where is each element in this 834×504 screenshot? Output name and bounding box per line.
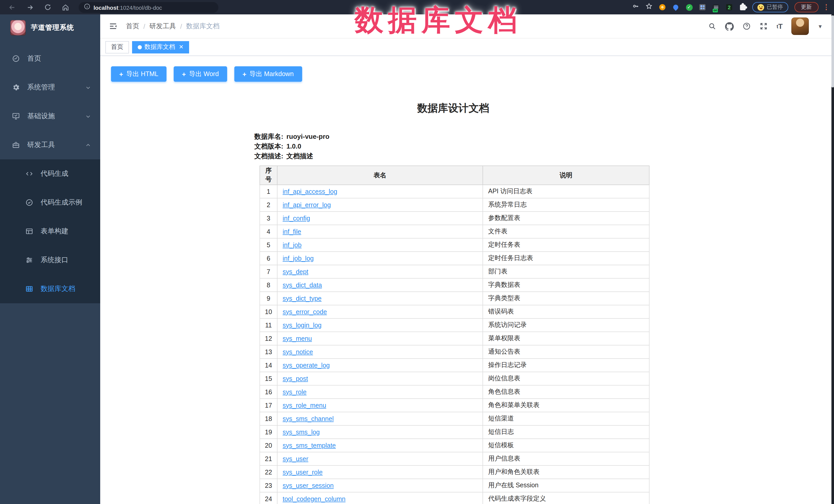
chevron-icon (85, 142, 91, 148)
extension-puzzle-icon[interactable] (739, 4, 746, 11)
table-name-link[interactable]: sys_notice (283, 348, 313, 355)
table-name-link[interactable]: inf_config (283, 215, 310, 222)
fullscreen-icon[interactable] (760, 22, 768, 30)
table-row: 3 inf_config 参数配置表 (260, 212, 649, 225)
tag-item[interactable]: 数据库文档 ✕ (132, 41, 189, 53)
user-caret-icon[interactable]: ▼ (817, 23, 823, 29)
table-name-link[interactable]: sys_user_session (283, 482, 334, 489)
table-name-link[interactable]: tool_codegen_column (283, 495, 346, 502)
table-name-link[interactable]: inf_job_log (283, 255, 314, 262)
close-icon[interactable]: ✕ (179, 44, 183, 50)
page-content: + 导出 HTML + 导出 Word + 导出 Markdown 数据库设计文… (100, 56, 834, 504)
table-name-link[interactable]: inf_api_error_log (283, 201, 331, 209)
export-button[interactable]: + 导出 HTML (111, 66, 167, 82)
table-name-link[interactable]: sys_post (283, 375, 308, 382)
extension-orange-icon[interactable] (659, 4, 666, 11)
table-name-link[interactable]: sys_sms_channel (283, 415, 334, 422)
table-row: 5 inf_job 定时任务表 (260, 238, 649, 251)
bookmark-star-icon[interactable] (645, 3, 653, 12)
tag-item[interactable]: 首页 (105, 41, 129, 53)
window-scrollbar[interactable] (831, 15, 834, 504)
sidebar-submenu-item[interactable]: 数据库文档 (0, 275, 100, 303)
sidebar-menu-item[interactable]: 研发工具 (0, 131, 100, 159)
table-name-link[interactable]: sys_dict_data (283, 281, 322, 289)
row-index: 19 (260, 425, 277, 439)
table-row: 20 sys_sms_template 短信模板 (260, 439, 649, 452)
paused-badge[interactable]: 已暂停 (752, 2, 788, 12)
table-row: 8 sys_dict_data 字典数据表 (260, 278, 649, 292)
table-name-link[interactable]: sys_sms_template (283, 442, 336, 449)
screenshot-stage: localhost:1024/tool/db-doc ✓ on 2 已暂停 更新… (0, 0, 834, 504)
table-name-link[interactable]: sys_user_role (283, 468, 323, 476)
table-name-link[interactable]: sys_menu (283, 335, 312, 342)
sidebar-menu-item[interactable]: 基础设施 (0, 102, 100, 131)
table-desc: 短信日志 (483, 425, 649, 439)
sidebar-submenu-item[interactable]: 系统接口 (0, 246, 100, 275)
update-button[interactable]: 更新 (794, 2, 818, 12)
scrollbar-thumb[interactable] (831, 16, 834, 87)
extension-leaf-icon[interactable]: 2 (726, 4, 733, 11)
table-name-link[interactable]: sys_error_code (283, 308, 327, 315)
table-row: 4 inf_file 文件表 (260, 225, 649, 238)
table-desc: 定时任务表 (483, 238, 649, 251)
table-name-link[interactable]: inf_file (283, 228, 301, 235)
extension-switch-on-icon[interactable]: on (712, 4, 719, 11)
table-name-link[interactable]: sys_operate_log (283, 361, 330, 369)
doc-meta: 数据库名:ruoyi-vue-pro 文档版本:1.0.0 文档描述:文档描述 (254, 132, 652, 161)
extension-grid-icon[interactable] (699, 4, 706, 11)
sidebar-submenu-item[interactable]: 代码生成 (0, 159, 100, 188)
browser-back-icon[interactable] (8, 3, 16, 11)
col-header-desc: 说明 (483, 166, 649, 185)
browser-home-icon[interactable] (62, 3, 69, 11)
row-index: 3 (260, 212, 277, 225)
sidebar-menu-item[interactable]: 首页 (0, 44, 100, 73)
row-index: 15 (260, 372, 277, 385)
sidebar-menu-item[interactable]: 系统管理 (0, 73, 100, 102)
doc-title: 数据库设计文档 (254, 101, 652, 115)
row-index: 6 (260, 251, 277, 265)
shield-check-icon (25, 198, 34, 207)
browser-reload-icon[interactable] (44, 4, 51, 11)
sidebar-submenu-item[interactable]: 代码生成示例 (0, 188, 100, 217)
extension-pin-icon[interactable] (672, 4, 679, 11)
sidebar-menu: 首页 系统管理 基础设施 研发工具 (0, 44, 100, 159)
table-desc: 代码生成表字段定义 (483, 492, 649, 504)
export-button[interactable]: + 导出 Word (174, 66, 227, 82)
table-name-link[interactable]: sys_sms_log (283, 429, 320, 436)
table-name-link[interactable]: sys_user (283, 455, 308, 462)
font-size-icon[interactable]: tT (776, 22, 783, 30)
browser-menu-icon[interactable] (826, 4, 827, 10)
search-icon[interactable] (708, 22, 716, 30)
export-button[interactable]: + 导出 Markdown (234, 66, 302, 82)
app-title: 芋道管理系统 (31, 23, 74, 32)
sidebar-fold-icon[interactable] (100, 22, 126, 31)
table-name-link[interactable]: sys_dept (283, 268, 308, 275)
table-name-link[interactable]: sys_role (283, 388, 307, 396)
table-desc: 菜单权限表 (483, 332, 649, 345)
table-row: 9 sys_dict_type 字典类型表 (260, 292, 649, 305)
table-desc: 字典数据表 (483, 278, 649, 292)
table-name-link[interactable]: inf_api_access_log (283, 188, 337, 195)
table-row: 16 sys_role 角色信息表 (260, 385, 649, 399)
table-name-link[interactable]: sys_dict_type (283, 295, 322, 302)
breadcrumb-item[interactable]: 研发工具 (149, 22, 176, 31)
site-info-icon[interactable] (84, 3, 90, 12)
table-desc: 系统异常日志 (483, 198, 649, 212)
table-name-link[interactable]: sys_role_menu (283, 402, 326, 409)
app-logo-row[interactable]: 芋道管理系统 (0, 15, 100, 41)
main-area: 首页/研发工具/数据库文档 tT ▼ 首页 (100, 15, 834, 504)
table-desc: 角色信息表 (483, 385, 649, 399)
help-icon[interactable] (743, 22, 751, 30)
github-icon[interactable] (725, 22, 734, 30)
key-icon[interactable] (632, 3, 639, 12)
table-name-link[interactable]: inf_job (283, 241, 302, 248)
breadcrumb-item: 数据库文档 (186, 22, 220, 31)
address-bar[interactable]: localhost:1024/tool/db-doc (79, 2, 218, 13)
table-name-link[interactable]: sys_login_log (283, 322, 322, 329)
extension-green-check-icon[interactable]: ✓ (685, 4, 693, 11)
sidebar-submenu-item[interactable]: 表单构建 (0, 217, 100, 246)
table-row: 6 inf_job_log 定时任务日志表 (260, 251, 649, 265)
browser-forward-icon[interactable] (26, 3, 34, 11)
breadcrumb-item[interactable]: 首页 (126, 22, 139, 31)
user-avatar[interactable] (791, 18, 809, 35)
